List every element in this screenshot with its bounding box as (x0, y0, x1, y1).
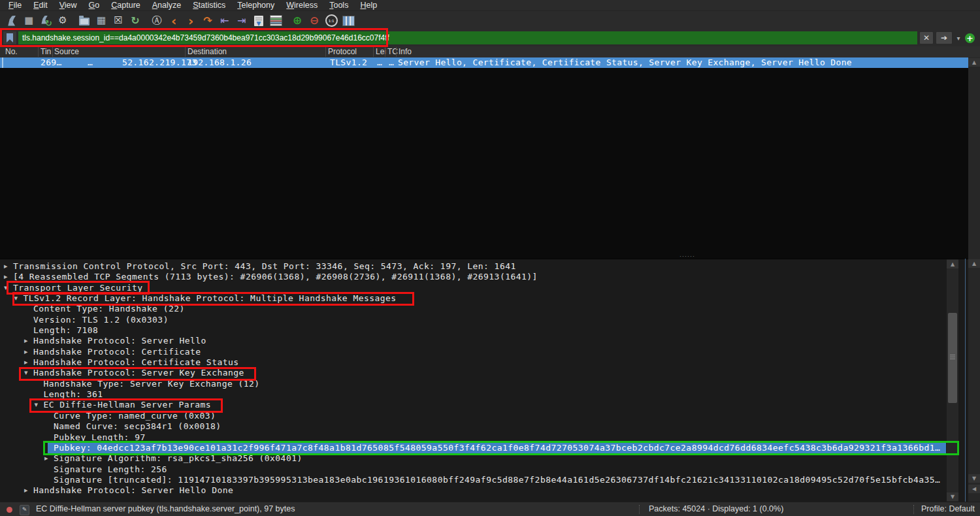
detail-row[interactable]: ▸Handshake Protocol: Server Hello (0, 336, 980, 346)
tree-collapsed-icon[interactable]: ▸ (4, 261, 8, 272)
tree-collapsed-icon[interactable]: ▸ (24, 336, 28, 346)
menu-item-wireless[interactable]: Wireless (280, 1, 323, 10)
reload-file-icon: ↻ (131, 16, 139, 26)
tree-expanded-icon[interactable]: ▾ (4, 283, 8, 293)
column-header-destination[interactable]: Destination (188, 47, 227, 56)
scroll-left-icon[interactable]: ◀ (968, 485, 980, 493)
detail-row[interactable]: Named Curve: secp384r1 (0x0018) (0, 421, 980, 432)
column-separator[interactable] (185, 47, 186, 57)
scroll-down-icon[interactable]: ▼ (947, 492, 958, 501)
detail-row[interactable]: ▸Handshake Protocol: Server Hello Done (0, 485, 980, 496)
detail-row[interactable]: Pubkey: 04edcc123af7b13e90ce101a31c2f996… (0, 443, 980, 453)
detail-row[interactable]: ▸Handshake Protocol: Certificate Status (0, 357, 980, 368)
detail-row[interactable]: Handshake Type: Server Key Exchange (12) (0, 379, 980, 389)
tree-collapsed-icon[interactable]: ▸ (44, 453, 48, 464)
zoom-out-button[interactable]: ⊖ (306, 13, 323, 29)
tree-expanded-icon[interactable]: ▾ (24, 368, 28, 378)
detail-row[interactable]: ▾Handshake Protocol: Server Key Exchange (0, 368, 980, 378)
display-filter-value: tls.handshake.session_id==da4a0000342e4b… (22, 33, 389, 42)
status-field-info: EC Diffie-Hellman server pubkey (tls.han… (36, 504, 295, 513)
resize-columns-button[interactable] (340, 13, 357, 29)
menu-item-capture[interactable]: Capture (105, 1, 146, 10)
packet-list-scrollbar[interactable]: ▲ ▲ ▼ ◀ (968, 57, 980, 502)
detail-row[interactable]: Signature [truncated]: 11914710183397b39… (0, 475, 980, 485)
detail-row[interactable]: ▾TLSv1.2 Record Layer: Handshake Protoco… (0, 293, 980, 304)
menu-item-help[interactable]: Help (354, 1, 383, 10)
filter-dropdown-caret[interactable]: ▾ (955, 32, 962, 44)
scrollbar-thumb[interactable] (948, 313, 957, 403)
filter-add-button[interactable]: + (965, 33, 975, 43)
save-file-button[interactable]: ▦ (93, 13, 110, 29)
detail-row-text: Handshake Protocol: Certificate (33, 347, 201, 357)
capture-stop-button[interactable]: ■ (20, 13, 37, 29)
capture-start-button[interactable] (3, 13, 20, 29)
colorize-button[interactable] (267, 13, 284, 29)
filter-bookmark-button[interactable] (3, 31, 17, 45)
menu-item-statistics[interactable]: Statistics (187, 1, 231, 10)
scroll-up-icon[interactable]: ▲ (968, 259, 980, 268)
auto-scroll-button[interactable]: ▼ (250, 13, 267, 29)
filter-clear-button[interactable]: ✕ (919, 31, 934, 44)
zoom-original-button[interactable]: 1:1 (323, 13, 340, 29)
detail-row[interactable]: Length: 361 (0, 389, 980, 400)
detail-row[interactable]: ▸Handshake Protocol: Certificate (0, 347, 980, 357)
detail-row[interactable]: Length: 7108 (0, 325, 980, 336)
column-header-no[interactable]: No. (5, 47, 18, 56)
capture-options-button[interactable]: ⚙ (54, 13, 71, 29)
zoom-in-button[interactable]: ⊕ (289, 13, 306, 29)
tree-collapsed-icon[interactable]: ▸ (24, 357, 28, 368)
open-file-button[interactable] (76, 13, 93, 29)
column-header-tin[interactable]: Tin (41, 47, 51, 56)
detail-row-text: Length: 7108 (33, 325, 98, 335)
tree-collapsed-icon[interactable]: ▸ (24, 485, 28, 496)
scroll-up-icon[interactable]: ▲ (968, 58, 980, 67)
column-separator[interactable] (385, 47, 385, 57)
find-packet-button[interactable]: Ⓐ (148, 13, 165, 29)
detail-pane-scrollbar[interactable]: ▲ ▼ (947, 259, 958, 502)
column-separator[interactable] (325, 47, 326, 57)
detail-row[interactable]: Signature Length: 256 (0, 464, 980, 475)
go-back-button[interactable]: ‹ (165, 13, 182, 29)
go-forward-button[interactable]: › (182, 13, 199, 29)
tree-expanded-icon[interactable]: ▾ (35, 400, 39, 410)
detail-row[interactable]: ▸Signature Algorithm: rsa_pkcs1_sha256 (… (0, 453, 980, 464)
scroll-up-icon[interactable]: ▲ (947, 260, 958, 268)
detail-row[interactable]: ▸Transmission Control Protocol, Src Port… (0, 261, 980, 272)
detail-row[interactable]: ▸[4 Reassembled TCP Segments (7113 bytes… (0, 272, 980, 282)
status-profile[interactable]: Profile: Default (921, 504, 975, 513)
menu-item-view[interactable]: View (54, 1, 83, 10)
scroll-down-icon[interactable]: ▼ (968, 474, 980, 483)
tree-collapsed-icon[interactable]: ▸ (24, 347, 28, 357)
tree-collapsed-icon[interactable]: ▸ (4, 272, 8, 282)
column-separator[interactable] (373, 47, 374, 57)
menu-item-telephony[interactable]: Telephony (231, 1, 280, 10)
menu-item-file[interactable]: File (3, 1, 27, 10)
menu-item-tools[interactable]: Tools (323, 1, 354, 10)
detail-row[interactable]: Content Type: Handshake (22) (0, 304, 980, 314)
close-file-button[interactable]: ☒ (110, 13, 127, 29)
column-header-info[interactable]: Info (399, 47, 412, 56)
packet-list-selected-row[interactable]: 269……52.162.219.173192.168.1.26TLSv1.2……… (0, 57, 980, 68)
menu-item-edit[interactable]: Edit (27, 1, 54, 10)
go-last-packet-button[interactable]: ⇥ (233, 13, 250, 29)
tree-expanded-icon[interactable]: ▾ (14, 293, 18, 304)
detail-row[interactable]: ▾EC Diffie-Hellman Server Params (0, 400, 980, 410)
detail-row[interactable]: Curve Type: named_curve (0x03) (0, 411, 980, 421)
display-filter-input[interactable]: tls.handshake.session_id==da4a0000342e4b… (18, 31, 917, 44)
detail-row[interactable]: Pubkey Length: 97 (0, 432, 980, 443)
menu-item-analyze[interactable]: Analyze (146, 1, 187, 10)
filter-apply-button[interactable]: ➔ (936, 31, 953, 44)
capture-restart-button[interactable]: ↻ (37, 13, 54, 29)
column-header-protocol[interactable]: Protocol (328, 47, 357, 56)
reload-file-button[interactable]: ↻ (127, 13, 144, 29)
menu-item-go[interactable]: Go (83, 1, 106, 10)
go-first-packet-button[interactable]: ⇤ (216, 13, 233, 29)
go-to-packet-button[interactable]: ↷ (199, 13, 216, 29)
column-separator[interactable] (396, 47, 397, 57)
column-header-source[interactable]: Source (54, 47, 79, 56)
expert-info-icon[interactable]: ✎ (20, 505, 29, 515)
column-separator[interactable] (52, 47, 53, 57)
detail-row[interactable]: ▾Transport Layer Security (0, 283, 980, 293)
column-separator[interactable] (38, 47, 39, 57)
detail-row[interactable]: Version: TLS 1.2 (0x0303) (0, 315, 980, 325)
